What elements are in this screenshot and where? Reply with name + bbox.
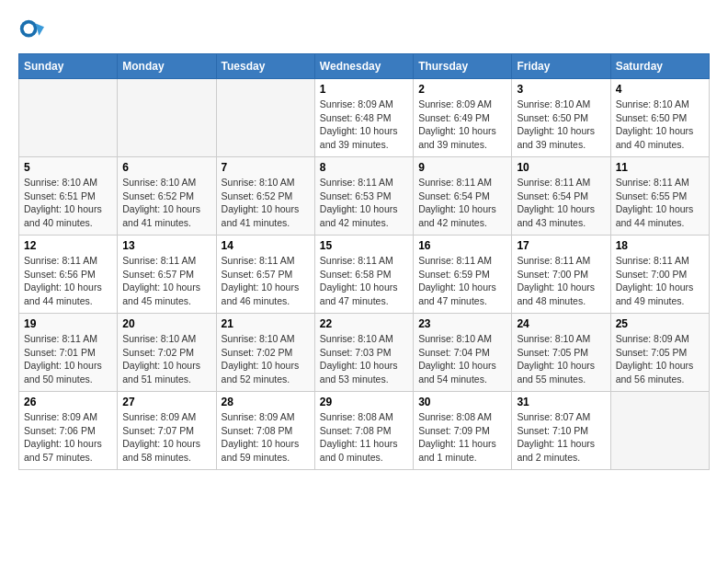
day-number: 8 [320, 161, 408, 174]
day-number: 15 [320, 239, 408, 252]
day-info: Sunrise: 8:10 AMSunset: 7:04 PMDaylight:… [418, 332, 506, 386]
day-number: 4 [616, 83, 704, 96]
calendar-week-row: 19Sunrise: 8:11 AMSunset: 7:01 PMDayligh… [19, 314, 710, 392]
calendar-cell: 30Sunrise: 8:08 AMSunset: 7:09 PMDayligh… [414, 392, 512, 470]
calendar-cell: 29Sunrise: 8:08 AMSunset: 7:08 PMDayligh… [314, 392, 413, 470]
day-info: Sunrise: 8:11 AMSunset: 7:00 PMDaylight:… [616, 254, 704, 308]
calendar-cell: 24Sunrise: 8:10 AMSunset: 7:05 PMDayligh… [512, 314, 610, 392]
day-info: Sunrise: 8:10 AMSunset: 6:50 PMDaylight:… [616, 98, 704, 152]
day-number: 29 [320, 396, 408, 408]
calendar-cell: 12Sunrise: 8:11 AMSunset: 6:56 PMDayligh… [19, 236, 118, 314]
calendar-cell: 3Sunrise: 8:10 AMSunset: 6:50 PMDaylight… [512, 79, 610, 157]
day-info: Sunrise: 8:11 AMSunset: 6:54 PMDaylight:… [517, 176, 605, 230]
day-info: Sunrise: 8:11 AMSunset: 6:58 PMDaylight:… [320, 254, 408, 308]
calendar-cell: 20Sunrise: 8:10 AMSunset: 7:02 PMDayligh… [118, 314, 216, 392]
calendar-cell: 25Sunrise: 8:09 AMSunset: 7:05 PMDayligh… [610, 314, 709, 392]
calendar-cell: 8Sunrise: 8:11 AMSunset: 6:53 PMDaylight… [314, 157, 413, 236]
day-of-week-header: Saturday [610, 54, 709, 79]
calendar-cell: 14Sunrise: 8:11 AMSunset: 6:57 PMDayligh… [216, 236, 314, 314]
day-number: 1 [320, 83, 408, 96]
day-info: Sunrise: 8:07 AMSunset: 7:10 PMDaylight:… [517, 410, 605, 465]
day-number: 27 [122, 396, 210, 408]
day-info: Sunrise: 8:10 AMSunset: 6:50 PMDaylight:… [517, 98, 605, 152]
day-info: Sunrise: 8:11 AMSunset: 6:53 PMDaylight:… [320, 176, 408, 230]
day-number: 23 [418, 317, 506, 330]
day-info: Sunrise: 8:11 AMSunset: 6:57 PMDaylight:… [222, 254, 310, 308]
day-info: Sunrise: 8:10 AMSunset: 7:02 PMDaylight:… [222, 332, 310, 386]
day-number: 18 [616, 239, 704, 252]
day-number: 17 [517, 239, 605, 252]
day-number: 22 [320, 317, 408, 330]
calendar-cell: 31Sunrise: 8:07 AMSunset: 7:10 PMDayligh… [512, 392, 610, 470]
calendar-cell: 4Sunrise: 8:10 AMSunset: 6:50 PMDaylight… [610, 79, 709, 157]
calendar-header-row: SundayMondayTuesdayWednesdayThursdayFrid… [19, 54, 710, 79]
calendar-cell: 16Sunrise: 8:11 AMSunset: 6:59 PMDayligh… [414, 236, 512, 314]
day-number: 14 [222, 239, 310, 252]
day-info: Sunrise: 8:10 AMSunset: 7:03 PMDaylight:… [320, 332, 408, 386]
day-number: 10 [517, 161, 605, 174]
calendar-cell: 10Sunrise: 8:11 AMSunset: 6:54 PMDayligh… [512, 157, 610, 236]
day-number: 9 [418, 161, 506, 174]
day-info: Sunrise: 8:08 AMSunset: 7:08 PMDaylight:… [320, 410, 408, 465]
day-of-week-header: Friday [512, 54, 610, 79]
day-info: Sunrise: 8:09 AMSunset: 7:08 PMDaylight:… [222, 410, 310, 465]
day-of-week-header: Monday [118, 54, 216, 79]
calendar-cell: 2Sunrise: 8:09 AMSunset: 6:49 PMDaylight… [414, 79, 512, 157]
day-number: 24 [517, 317, 605, 330]
day-info: Sunrise: 8:11 AMSunset: 6:54 PMDaylight:… [418, 176, 506, 230]
calendar-cell: 5Sunrise: 8:10 AMSunset: 6:51 PMDaylight… [19, 157, 118, 236]
calendar-cell: 22Sunrise: 8:10 AMSunset: 7:03 PMDayligh… [314, 314, 413, 392]
calendar-cell: 28Sunrise: 8:09 AMSunset: 7:08 PMDayligh… [216, 392, 314, 470]
calendar-cell: 23Sunrise: 8:10 AMSunset: 7:04 PMDayligh… [414, 314, 512, 392]
day-info: Sunrise: 8:10 AMSunset: 6:51 PMDaylight:… [24, 176, 112, 230]
day-info: Sunrise: 8:11 AMSunset: 7:00 PMDaylight:… [517, 254, 605, 308]
day-info: Sunrise: 8:10 AMSunset: 6:52 PMDaylight:… [222, 176, 310, 230]
calendar-cell: 9Sunrise: 8:11 AMSunset: 6:54 PMDaylight… [414, 157, 512, 236]
day-info: Sunrise: 8:10 AMSunset: 7:05 PMDaylight:… [517, 332, 605, 386]
day-number: 30 [418, 396, 506, 408]
day-of-week-header: Sunday [19, 54, 118, 79]
day-info: Sunrise: 8:11 AMSunset: 6:56 PMDaylight:… [24, 254, 112, 308]
calendar-cell [118, 79, 216, 157]
calendar-cell: 27Sunrise: 8:09 AMSunset: 7:07 PMDayligh… [118, 392, 216, 470]
calendar-cell: 21Sunrise: 8:10 AMSunset: 7:02 PMDayligh… [216, 314, 314, 392]
day-of-week-header: Wednesday [314, 54, 413, 79]
calendar-cell: 7Sunrise: 8:10 AMSunset: 6:52 PMDaylight… [216, 157, 314, 236]
day-info: Sunrise: 8:09 AMSunset: 6:49 PMDaylight:… [418, 98, 506, 152]
calendar-cell: 26Sunrise: 8:09 AMSunset: 7:06 PMDayligh… [19, 392, 118, 470]
calendar-cell [216, 79, 314, 157]
calendar-cell: 17Sunrise: 8:11 AMSunset: 7:00 PMDayligh… [512, 236, 610, 314]
day-number: 12 [24, 239, 112, 252]
day-info: Sunrise: 8:09 AMSunset: 6:48 PMDaylight:… [320, 98, 408, 152]
calendar-cell [19, 79, 118, 157]
day-info: Sunrise: 8:09 AMSunset: 7:05 PMDaylight:… [616, 332, 704, 386]
calendar-cell: 11Sunrise: 8:11 AMSunset: 6:55 PMDayligh… [610, 157, 709, 236]
calendar-table: SundayMondayTuesdayWednesdayThursdayFrid… [18, 53, 710, 470]
calendar-cell: 13Sunrise: 8:11 AMSunset: 6:57 PMDayligh… [118, 236, 216, 314]
calendar-cell: 6Sunrise: 8:10 AMSunset: 6:52 PMDaylight… [118, 157, 216, 236]
day-number: 3 [517, 83, 605, 96]
day-number: 7 [222, 161, 310, 174]
day-info: Sunrise: 8:10 AMSunset: 7:02 PMDaylight:… [122, 332, 210, 386]
day-of-week-header: Tuesday [216, 54, 314, 79]
day-number: 2 [418, 83, 506, 96]
page-header [18, 18, 710, 44]
calendar-week-row: 12Sunrise: 8:11 AMSunset: 6:56 PMDayligh… [19, 236, 710, 314]
day-number: 11 [616, 161, 704, 174]
day-number: 5 [24, 161, 112, 174]
calendar-week-row: 26Sunrise: 8:09 AMSunset: 7:06 PMDayligh… [19, 392, 710, 470]
day-number: 21 [222, 317, 310, 330]
day-of-week-header: Thursday [414, 54, 512, 79]
day-number: 28 [222, 396, 310, 408]
day-number: 6 [122, 161, 210, 174]
day-info: Sunrise: 8:11 AMSunset: 6:59 PMDaylight:… [418, 254, 506, 308]
day-info: Sunrise: 8:11 AMSunset: 6:57 PMDaylight:… [122, 254, 210, 308]
day-number: 25 [616, 317, 704, 330]
day-number: 13 [122, 239, 210, 252]
day-number: 31 [517, 396, 605, 408]
calendar-cell: 1Sunrise: 8:09 AMSunset: 6:48 PMDaylight… [314, 79, 413, 157]
day-number: 19 [24, 317, 112, 330]
day-info: Sunrise: 8:11 AMSunset: 7:01 PMDaylight:… [24, 332, 112, 386]
calendar-week-row: 5Sunrise: 8:10 AMSunset: 6:51 PMDaylight… [19, 157, 710, 236]
svg-point-1 [24, 24, 34, 34]
